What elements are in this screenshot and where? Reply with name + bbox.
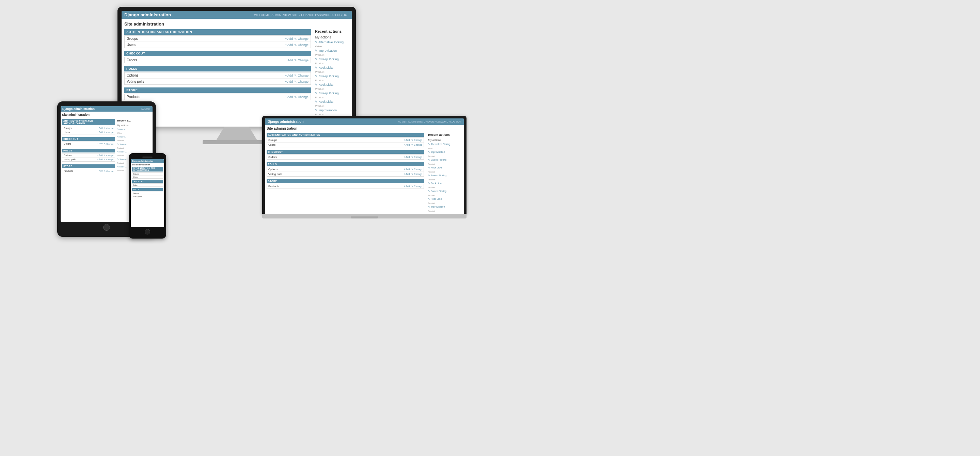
laptop-section-store: STORE: [267, 180, 424, 183]
list-item: Alternative Picking Video: [428, 143, 462, 150]
list-item: Sweep Picking Product: [428, 190, 462, 197]
tablet-section-checkout: CHECKOUT: [62, 137, 115, 141]
desktop-section-store-header: STORE: [124, 87, 311, 93]
laptop-section-auth: AUTHENTICATION AND AUTHORIZATION: [267, 133, 424, 137]
phone-page-title: Site administration: [132, 164, 163, 166]
list-item: Rock Licks Product: [315, 83, 349, 91]
desktop-orders-change[interactable]: Change: [294, 59, 309, 62]
laptop-admin-header: Django administration HI, VISIT ADMIN SI…: [265, 118, 464, 125]
laptop-base: [262, 214, 466, 218]
desktop-recent-actions: Recent actions My actions Alternative Pi…: [315, 29, 349, 126]
list-item: Sweep... Product: [117, 143, 151, 149]
table-row: Products Add Change: [267, 184, 423, 189]
table-row: Groups Add Change: [62, 126, 115, 130]
desktop-voting-add[interactable]: Add: [285, 80, 293, 83]
table-row: Options: [132, 192, 163, 195]
table-row: Groups Add Change: [267, 138, 423, 143]
desktop-users-change[interactable]: Change: [294, 43, 309, 47]
list-item: Sweep Picking Product: [315, 75, 349, 82]
table-row: Users: [132, 176, 163, 178]
tablet-brand: Django administration: [62, 107, 95, 111]
tablet-admin-left: AUTHENTICATION AND AUTHORIZATION Groups …: [62, 119, 115, 176]
tablet-section-store: STORE: [62, 164, 115, 168]
phone-brand: Django administration: [132, 160, 153, 162]
desktop-section-auth-body: Groups Add Change Users Add: [124, 35, 311, 48]
phone-speaker: [142, 157, 153, 157]
desktop-admin-header: Django administration WELCOME, ADMIN. VI…: [122, 11, 352, 19]
desktop-products-change[interactable]: Change: [294, 95, 309, 99]
tablet-polls-body: Options Add Change Voting polls: [62, 153, 115, 162]
tablet-section-polls: POLLS: [62, 149, 115, 153]
table-row: Orders Add Change: [267, 155, 423, 159]
laptop-screen: Django administration HI, VISIT ADMIN SI…: [265, 118, 464, 214]
laptop-admin-left: AUTHENTICATION AND AUTHORIZATION Groups …: [267, 133, 424, 214]
desktop-section-checkout-header: CHECKOUT: [124, 51, 311, 56]
desktop-row-users: Users Add Change: [125, 42, 310, 48]
list-item: Sweep Picking Product: [428, 159, 462, 165]
laptop-device: Django administration HI, VISIT ADMIN SI…: [262, 116, 466, 218]
desktop-groups-add[interactable]: Add: [285, 37, 293, 40]
monitor-stand: [216, 127, 257, 140]
phone-admin-header: Django administration: [131, 159, 164, 163]
tablet-home-button[interactable]: [103, 224, 110, 231]
phone-auth-body: Groups Users: [132, 172, 163, 179]
desktop-orders-add[interactable]: Add: [285, 59, 293, 62]
desktop-brand: Django administration: [124, 12, 171, 17]
table-row: Users Add Change: [62, 130, 115, 134]
tablet-section-auth: AUTHENTICATION AND AUTHORIZATION: [62, 119, 115, 125]
table-row: Options Add Change: [62, 154, 115, 157]
list-item: Improvisation Product: [428, 205, 462, 212]
table-row: Orders: [132, 184, 163, 186]
phone-device: Django administration Site administratio…: [129, 153, 166, 238]
list-item: Improvisation Product: [315, 49, 349, 57]
desktop-products-add[interactable]: Add: [285, 95, 293, 99]
list-item: Improvisation Product: [428, 151, 462, 157]
laptop-nav-links[interactable]: HI, VISIT ADMIN SITE / CHANGE PASSWORD /…: [398, 121, 461, 123]
table-row: Products Add Change: [62, 169, 115, 173]
laptop-checkout-body: Orders Add Change: [267, 154, 424, 160]
phone-section-checkout: CHECKOUT: [132, 180, 163, 183]
laptop-page-title: Site administration: [267, 127, 462, 130]
list-item: Sweep Picking Product: [315, 57, 349, 65]
tablet-nav-links[interactable]: ADMIN ▸: [141, 108, 151, 110]
list-item: Sweep Picking Product: [315, 92, 349, 99]
laptop-brand: Django administration: [268, 120, 304, 124]
phone-checkout-body: Orders: [132, 183, 163, 187]
phone-home-button[interactable]: [145, 229, 150, 235]
desktop-users-add[interactable]: Add: [285, 43, 293, 47]
desktop-recent-title: Recent actions: [315, 29, 349, 33]
list-item: Altern... Video: [117, 128, 151, 134]
table-row: Voting polls Add Change: [267, 172, 423, 176]
list-item: Improvisation Product: [315, 108, 349, 116]
tablet-store-body: Products Add Change: [62, 169, 115, 173]
tablet-checkout-body: Orders Add Change: [62, 141, 115, 146]
laptop-recent-actions: Recent actions My actions Alternative Pi…: [428, 133, 462, 214]
phone-screen: Django administration Site administratio…: [131, 159, 164, 227]
phone-section-auth: AUTHENTICATION AND AUTHORIZATION: [132, 167, 163, 172]
desktop-section-store-body: Products Add Change: [124, 94, 311, 100]
tablet-auth-body: Groups Add Change Users Add: [62, 126, 115, 134]
laptop-polls-body: Options Add Change Voting polls: [267, 167, 424, 176]
list-item: Rock Licks Product: [428, 182, 462, 189]
monitor-base: [203, 140, 271, 144]
desktop-groups-change[interactable]: Change: [294, 37, 309, 40]
laptop-my-actions: My actions: [428, 138, 462, 141]
laptop-store-body: Products Add Change: [267, 184, 424, 189]
desktop-voting-change[interactable]: Change: [294, 80, 309, 83]
desktop-section-polls-header: POLLS: [124, 66, 311, 71]
list-item: Rock Licks Product: [428, 198, 462, 205]
table-row: Groups: [132, 173, 163, 176]
desktop-nav-links[interactable]: WELCOME, ADMIN. VIEW SITE / CHANGE PASSW…: [254, 13, 349, 17]
desktop-section-checkout-body: Orders Add Change: [124, 57, 311, 63]
list-item: Impro... Product: [117, 135, 151, 142]
table-row: Voting polls: [132, 195, 163, 198]
phone-polls-body: Options Voting polls: [132, 192, 163, 198]
list-item: Sweep Picking Product: [428, 174, 462, 181]
tablet-page-title: Site administration: [62, 113, 151, 116]
desktop-options-add[interactable]: Add: [285, 74, 293, 77]
laptop-section-polls: POLLS: [267, 162, 424, 166]
list-item: Rock Licks Product: [315, 66, 349, 73]
desktop-page-title: Site administration: [124, 21, 349, 27]
table-row: Voting polls Add Change: [62, 157, 115, 161]
desktop-options-change[interactable]: Change: [294, 74, 309, 77]
